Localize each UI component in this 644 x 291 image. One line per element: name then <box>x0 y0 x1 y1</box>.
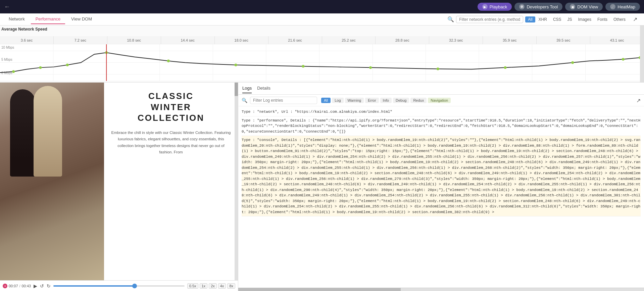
filter-pill-images[interactable]: Images <box>576 16 594 22</box>
tab-view-dom[interactable]: View DOM <box>66 14 97 24</box>
clock-icon: ● <box>3 284 7 288</box>
tick-6: 25.2 sec <box>322 36 376 44</box>
logs-pill-redux[interactable]: Redux <box>410 98 427 103</box>
filter-input[interactable] <box>456 16 523 23</box>
logs-content[interactable]: Type : "network", Url : "https://kaira1.… <box>238 106 644 288</box>
silhouette-light <box>34 86 62 177</box>
svg-point-16 <box>66 63 69 66</box>
logs-pill-info[interactable]: Info <box>380 98 392 103</box>
playback-label: Playback <box>490 4 507 9</box>
search-icon-btn[interactable]: 🔍 <box>447 16 454 22</box>
log-entry-3-text: Type : "console", Details : [{"element":… <box>242 138 640 214</box>
svg-point-20 <box>302 65 304 67</box>
svg-point-24 <box>571 61 574 64</box>
preview-vscroll[interactable] <box>235 83 238 280</box>
preview-vscroll-thumb <box>235 83 238 96</box>
tick-9: 35.9 sec <box>483 36 537 44</box>
filter-pill-all[interactable]: All <box>525 16 535 22</box>
time-sep: / <box>19 284 20 288</box>
logs-tab-details[interactable]: Details <box>257 84 270 93</box>
logs-filter-input[interactable] <box>250 97 317 104</box>
log-entry-1: Type : "network", Url : "https://kaira1.… <box>242 108 641 116</box>
time-total: 00:43 <box>22 284 31 288</box>
avg-speed-label: Average Network Speed <box>1 27 47 32</box>
log-entry-3: Type : "console", Details : [{"element":… <box>242 136 641 216</box>
filter-pill-xhr[interactable]: XHR <box>536 16 550 22</box>
tick-4: 18.0 sec <box>215 36 268 44</box>
speed-2x[interactable]: 2x <box>209 283 217 289</box>
logs-export-btn[interactable]: ↗ <box>636 97 641 104</box>
logs-tabs: Logs Details <box>238 83 644 95</box>
devtools-label: Developers Tool <box>527 4 558 9</box>
svg-point-25 <box>622 58 625 61</box>
logs-pill-log[interactable]: Log <box>332 98 343 103</box>
back-button[interactable]: ← <box>4 3 10 10</box>
nav-tabs-bar: Network Performance View DOM 🔍 All XHR C… <box>0 13 644 26</box>
speed-4x[interactable]: 4x <box>218 283 226 289</box>
speed-1x[interactable]: 1x <box>200 283 208 289</box>
svg-point-15 <box>39 66 42 69</box>
log-entry-2: Type : "performance", Details : {"name":… <box>242 116 641 136</box>
preview-content: CLASSICWINTERCOLLECTION Embrace the chil… <box>0 83 238 280</box>
tab-performance[interactable]: Performance <box>31 14 65 24</box>
devtools-icon: 🛠 <box>519 4 525 9</box>
devtools-button[interactable]: 🛠 Developers Tool <box>514 3 562 11</box>
log-entry-2-text: Type : "performance", Details : {"name":… <box>242 118 640 134</box>
top-toolbar: ← ▶ Playback 🛠 Developers Tool ▣ DOM Vie… <box>0 0 644 13</box>
progress-fill <box>53 285 135 287</box>
tick-3: 14.4 sec <box>161 36 215 44</box>
logs-search-icon: 🔍 <box>242 98 247 103</box>
svg-point-22 <box>437 67 439 70</box>
logs-pill-warning[interactable]: Warning <box>345 98 364 103</box>
logs-panel: Logs Details 🔍 All Log Warning Error Inf… <box>238 83 644 291</box>
silhouette-dark <box>10 89 35 177</box>
filter-bar: 🔍 All XHR CSS JS Images Fonts Others ↗ <box>447 15 640 23</box>
tick-10: 39.5 sec <box>537 36 590 44</box>
progress-thumb[interactable] <box>132 284 137 288</box>
logs-pill-debug[interactable]: Debug <box>393 98 409 103</box>
filter-pill-css[interactable]: CSS <box>550 16 564 22</box>
log-entry-1-text: Type : "network", Url : "https://kaira1.… <box>242 110 392 114</box>
tick-7: 28.8 sec <box>376 36 429 44</box>
time-display: ● 00:07 / 00:43 <box>3 284 31 288</box>
timeline-vscroll[interactable] <box>640 26 644 83</box>
logs-pill-all[interactable]: All <box>321 98 331 103</box>
preview-text: CLASSICWINTERCOLLECTION Embrace the chil… <box>104 83 238 164</box>
tab-network[interactable]: Network <box>4 14 30 24</box>
playback-button[interactable]: ▶ Playback <box>478 3 512 11</box>
speed-8x[interactable]: 8x <box>227 283 235 289</box>
speed-0.5x[interactable]: 0.5x <box>187 283 198 289</box>
progress-track[interactable] <box>53 285 185 287</box>
logs-hscroll[interactable] <box>238 288 644 291</box>
domview-button[interactable]: ▣ DOM View <box>565 3 603 11</box>
main-area: Average Network Speed 3.6 sec 7.2 sec 10… <box>0 26 644 291</box>
domview-icon: ▣ <box>570 4 575 9</box>
logs-pill-navigation[interactable]: Navigation <box>428 98 451 103</box>
playback-icon: ▶ <box>482 4 488 9</box>
time-current: 00:07 <box>9 284 18 288</box>
tick-0: 3.6 sec <box>0 36 54 44</box>
filter-pills: All XHR CSS JS Images Fonts Others <box>525 16 628 22</box>
logs-filter-bar: 🔍 All Log Warning Error Info Debug Redux… <box>238 95 644 106</box>
filter-pill-js[interactable]: JS <box>565 16 575 22</box>
export-nav-btn[interactable]: ↗ <box>630 15 640 23</box>
logs-tab-logs[interactable]: Logs <box>242 84 252 93</box>
play-controls: ▶ ↺ ↻ <box>34 283 51 289</box>
timeline-area: Average Network Speed 3.6 sec 7.2 sec 10… <box>0 26 644 83</box>
forward-button[interactable]: ↻ <box>47 283 51 289</box>
network-speed-chart <box>0 44 640 81</box>
domview-label: DOM View <box>577 4 598 9</box>
filter-pill-fonts[interactable]: Fonts <box>595 16 610 22</box>
svg-point-14 <box>12 70 15 73</box>
logs-pill-error[interactable]: Error <box>365 98 379 103</box>
play-button[interactable]: ▶ <box>34 283 37 289</box>
svg-point-18 <box>167 60 170 62</box>
rewind-button[interactable]: ↺ <box>40 283 44 289</box>
timeline-header: 3.6 sec 7.2 sec 10.8 sec 14.4 sec 18.0 s… <box>0 36 644 44</box>
tick-11: 43.1 sec <box>590 36 644 44</box>
preview-image <box>0 83 104 280</box>
collection-description: Embrace the chill in style with our Clas… <box>111 130 231 156</box>
heatmap-button[interactable]: ☄ HeatMap <box>605 3 640 11</box>
filter-pill-others[interactable]: Others <box>611 16 628 22</box>
tick-5: 21.6 sec <box>268 36 322 44</box>
